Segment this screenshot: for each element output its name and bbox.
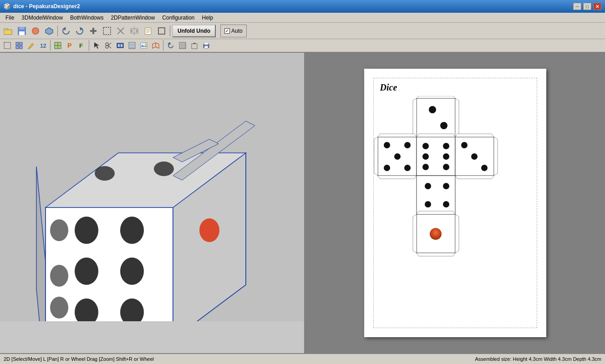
svg-rect-30	[20, 46, 22, 49]
svg-marker-63	[193, 42, 196, 44]
svg-point-81	[50, 219, 68, 241]
menubar: File 3DModelWindow BothWindows 2DPattern…	[0, 13, 605, 23]
grid-tool[interactable]	[14, 40, 25, 51]
cut-button[interactable]	[114, 25, 127, 37]
svg-rect-65	[204, 46, 208, 48]
3d-view-button[interactable]	[43, 25, 56, 37]
svg-point-103	[384, 142, 390, 148]
svg-marker-8	[46, 28, 53, 35]
book-button[interactable]	[142, 25, 154, 37]
svg-marker-118	[455, 134, 494, 137]
svg-marker-100	[374, 137, 378, 176]
svg-point-121	[461, 142, 468, 148]
window-title: dice - PepakuraDesigner2	[13, 3, 80, 10]
svg-marker-96	[413, 98, 417, 137]
svg-rect-124	[417, 176, 455, 214]
f-tool[interactable]: F	[76, 40, 87, 51]
svg-marker-102	[378, 176, 417, 179]
svg-marker-119	[494, 137, 498, 176]
svg-point-77	[75, 258, 98, 285]
face-top	[413, 96, 459, 137]
svg-marker-109	[417, 134, 455, 137]
svg-rect-12	[92, 28, 94, 34]
svg-point-126	[425, 183, 431, 189]
svg-point-78	[120, 258, 144, 285]
stripe-tool[interactable]	[127, 40, 137, 51]
svg-point-83	[50, 297, 68, 318]
svg-marker-134	[455, 214, 459, 253]
separator2	[170, 25, 170, 36]
menu-3dmodelwindow[interactable]: 3DModelWindow	[18, 14, 66, 22]
export-tool[interactable]	[189, 40, 200, 51]
rotate-left-button[interactable]	[60, 25, 72, 37]
svg-rect-93	[417, 98, 455, 137]
cursor-tool[interactable]	[91, 40, 102, 51]
flip-button[interactable]	[128, 25, 141, 37]
titlebar-controls: ─ □ ✕	[573, 3, 601, 10]
svg-point-104	[404, 142, 411, 148]
face-right	[455, 134, 498, 179]
svg-point-116	[443, 164, 449, 170]
scissors-tool[interactable]	[103, 40, 114, 51]
pattern-tool[interactable]	[52, 40, 63, 51]
face-center	[417, 134, 455, 179]
toolbar1: Unfold Undo ✓ Auto	[0, 23, 605, 39]
film-tool[interactable]	[115, 40, 126, 51]
minimize-button[interactable]: ─	[573, 3, 581, 10]
svg-rect-13	[103, 27, 111, 35]
map-tool[interactable]	[150, 40, 161, 51]
statusbar: 2D [Select/Move] L [Pan] R or Wheel Drag…	[0, 353, 605, 364]
svg-point-128	[425, 201, 431, 207]
frame-button[interactable]	[155, 25, 168, 37]
menu-configuration[interactable]: Configuration	[158, 14, 198, 22]
menu-2dpatternwindow[interactable]: 2DPatternWindow	[107, 14, 158, 22]
face-bottom2	[413, 211, 459, 256]
titlebar-left: 🎲 dice - PepakuraDesigner2	[4, 3, 80, 10]
svg-point-135	[430, 228, 442, 240]
image-tool[interactable]	[138, 40, 149, 51]
close-button[interactable]: ✕	[593, 3, 601, 10]
svg-rect-26	[4, 42, 10, 49]
3d-view[interactable]	[0, 53, 305, 353]
select-tool[interactable]	[2, 40, 13, 51]
number-tool[interactable]: 123	[37, 40, 48, 51]
status-right: Assembled size: Height 4.3cm Width 4.3cm…	[475, 356, 601, 362]
toolbar2: 123 P F	[0, 39, 605, 53]
svg-point-7	[33, 28, 38, 34]
svg-marker-101	[378, 134, 417, 137]
menu-file[interactable]: File	[2, 14, 18, 22]
zoom-button[interactable]	[87, 25, 100, 37]
auto-checkbox[interactable]: ✓	[224, 28, 230, 34]
p-tool[interactable]: P	[64, 40, 75, 51]
dice-net-svg	[373, 96, 537, 328]
svg-point-76	[120, 217, 144, 244]
svg-point-111	[422, 143, 429, 149]
maximize-button[interactable]: □	[583, 3, 591, 10]
face-left	[374, 134, 417, 179]
auto-button[interactable]: ✓ Auto	[220, 25, 247, 37]
rotate-right-button[interactable]	[73, 25, 86, 37]
save-button[interactable]	[15, 25, 28, 37]
svg-point-127	[443, 183, 449, 189]
unfold-undo-button[interactable]: Unfold Undo	[172, 25, 216, 37]
texture-button[interactable]	[29, 25, 42, 37]
svg-point-105	[394, 153, 401, 160]
svg-rect-25	[158, 28, 165, 34]
grid2-tool[interactable]	[177, 40, 188, 51]
pen-tool[interactable]	[25, 40, 36, 51]
svg-marker-94	[417, 96, 455, 98]
svg-rect-28	[20, 42, 22, 45]
svg-text:P: P	[67, 42, 71, 49]
menu-bothwindows[interactable]: BothWindows	[66, 14, 107, 22]
svg-point-115	[422, 164, 429, 170]
svg-point-112	[443, 143, 449, 149]
svg-point-113	[422, 153, 429, 160]
2d-view[interactable]: Dice	[305, 53, 605, 353]
undo-tool[interactable]	[165, 40, 176, 51]
open-button[interactable]	[2, 25, 15, 37]
print-tool[interactable]	[201, 40, 212, 51]
select-button[interactable]	[101, 25, 113, 37]
svg-point-98	[440, 122, 447, 129]
menu-help[interactable]: Help	[198, 14, 217, 22]
separator1	[57, 25, 58, 36]
